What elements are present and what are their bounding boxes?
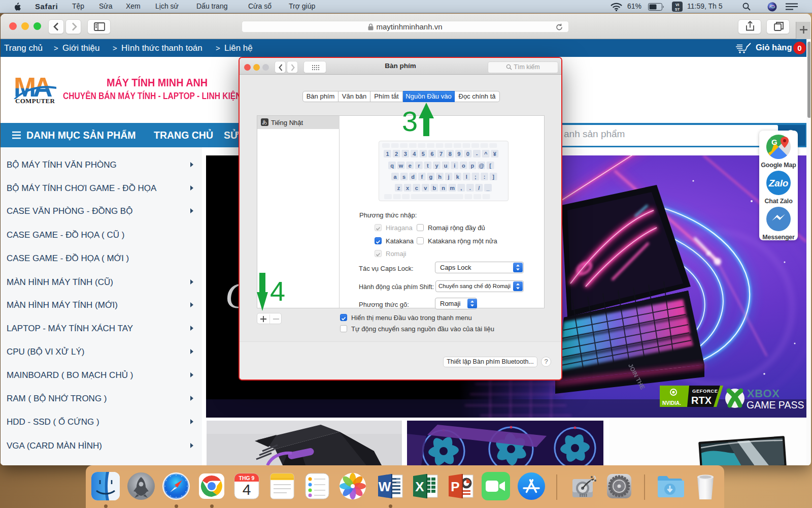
svg-text:[: [: [489, 163, 491, 169]
svg-text:X: X: [415, 479, 424, 494]
svg-text:n: n: [442, 185, 445, 191]
svg-text:c: c: [415, 185, 418, 191]
svg-text:/: /: [478, 185, 480, 191]
svg-text:u: u: [444, 163, 448, 169]
svg-text:x: x: [406, 185, 410, 191]
svg-text:k: k: [456, 174, 460, 180]
svg-text:-: -: [476, 151, 478, 157]
svg-text:p: p: [471, 163, 475, 169]
svg-text:1: 1: [386, 151, 389, 157]
svg-text:@: @: [479, 163, 484, 169]
svg-text:COMPUTER: COMPUTER: [15, 97, 55, 105]
svg-text:P: P: [451, 479, 459, 494]
svg-text:_: _: [486, 185, 490, 191]
svg-text:h: h: [438, 174, 442, 180]
svg-text:3: 3: [402, 105, 418, 137]
svg-text:NVIDIA.: NVIDIA.: [662, 400, 681, 406]
svg-text:r: r: [418, 163, 420, 169]
svg-text:XBOX: XBOX: [747, 387, 780, 400]
svg-text:d: d: [411, 174, 415, 180]
svg-text:4: 4: [413, 151, 416, 157]
svg-text:3: 3: [404, 151, 407, 157]
svg-text:w: w: [398, 163, 403, 169]
svg-text:z: z: [397, 185, 400, 191]
svg-text:2: 2: [395, 151, 398, 157]
svg-text:]: ]: [492, 174, 494, 180]
svg-text:^: ^: [484, 151, 488, 157]
svg-text:;: ;: [475, 174, 477, 180]
svg-text:,: ,: [460, 185, 462, 191]
svg-text:j: j: [448, 174, 450, 180]
svg-text:t: t: [427, 163, 429, 169]
svg-text::: :: [484, 174, 486, 180]
svg-text:y: y: [435, 163, 438, 169]
svg-text:b: b: [433, 185, 436, 191]
svg-text:0: 0: [466, 151, 469, 157]
svg-text:G: G: [771, 138, 777, 146]
svg-text:g: g: [429, 174, 433, 180]
svg-text:Zalo: Zalo: [768, 178, 788, 188]
svg-text:l: l: [466, 174, 467, 180]
svg-text:e: e: [409, 163, 412, 169]
svg-text:9: 9: [457, 151, 460, 157]
svg-text:a: a: [393, 174, 397, 180]
svg-text:m: m: [450, 185, 455, 191]
svg-text:7: 7: [439, 151, 443, 157]
svg-text:4: 4: [243, 481, 251, 498]
svg-text:.: .: [469, 185, 471, 191]
svg-text:q: q: [390, 163, 394, 169]
svg-text:i: i: [454, 163, 455, 169]
svg-text:4: 4: [270, 276, 285, 306]
svg-text:RTX: RTX: [691, 395, 712, 406]
svg-text:GAME PASS: GAME PASS: [747, 399, 804, 410]
svg-text:s: s: [402, 174, 405, 180]
svg-text:v: v: [424, 185, 427, 191]
svg-text:f: f: [421, 174, 423, 180]
svg-text:¥: ¥: [493, 151, 497, 157]
svg-text:o: o: [462, 163, 465, 169]
svg-text:GEFORCE: GEFORCE: [692, 388, 718, 394]
svg-text:THG 9: THG 9: [239, 475, 255, 481]
svg-text:8: 8: [449, 151, 452, 157]
svg-text:6: 6: [430, 151, 433, 157]
svg-text:5: 5: [422, 151, 425, 157]
svg-text:W: W: [379, 479, 391, 494]
